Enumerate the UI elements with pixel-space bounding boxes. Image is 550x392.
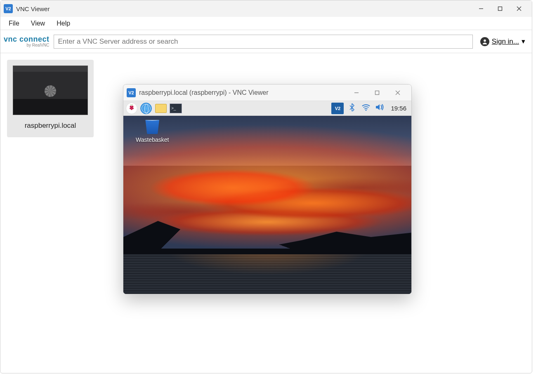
raspberry-icon bbox=[128, 103, 135, 113]
terminal-button[interactable]: >_ bbox=[170, 103, 182, 114]
svg-point-14 bbox=[131, 108, 132, 110]
session-title: raspberrypi.local (raspberrypi) - VNC Vi… bbox=[139, 89, 269, 96]
menu-view[interactable]: View bbox=[25, 18, 51, 29]
session-close-button[interactable] bbox=[387, 86, 408, 99]
vnc-connect-logo: vnc connect by RealVNC bbox=[4, 35, 50, 47]
svg-point-12 bbox=[130, 108, 131, 109]
tray-clock[interactable]: 19:56 bbox=[388, 105, 409, 112]
menubar: File View Help bbox=[0, 17, 532, 30]
connection-tile[interactable]: raspberrypi.local bbox=[7, 60, 94, 137]
browser-button[interactable] bbox=[140, 103, 152, 114]
tray-wifi-icon[interactable] bbox=[360, 103, 372, 113]
maximize-icon bbox=[498, 6, 503, 11]
minimize-icon bbox=[479, 6, 484, 11]
minimize-button[interactable] bbox=[472, 2, 491, 15]
menu-file[interactable]: File bbox=[3, 18, 25, 29]
wallpaper-sea bbox=[123, 254, 411, 294]
folder-icon bbox=[155, 104, 167, 113]
wastebasket-icon[interactable]: Wastebasket bbox=[136, 120, 169, 143]
trash-icon bbox=[144, 120, 161, 134]
vnc-app-icon: V2 bbox=[127, 88, 136, 97]
signin-button[interactable]: Sign in... ▾ bbox=[477, 37, 529, 46]
user-icon bbox=[480, 37, 489, 46]
close-button[interactable] bbox=[510, 2, 529, 15]
file-manager-button[interactable] bbox=[155, 103, 167, 114]
session-maximize-button[interactable] bbox=[367, 86, 387, 99]
signin-label: Sign in... bbox=[492, 38, 519, 46]
close-icon bbox=[395, 90, 400, 95]
session-window: V2 raspberrypi.local (raspberrypi) - VNC… bbox=[123, 84, 412, 294]
svg-point-4 bbox=[484, 39, 486, 42]
maximize-button[interactable] bbox=[491, 2, 510, 15]
minimize-icon bbox=[354, 90, 359, 95]
session-minimize-button[interactable] bbox=[346, 86, 367, 99]
globe-icon bbox=[140, 103, 152, 114]
toolbar: vnc connect by RealVNC Sign in... ▾ bbox=[0, 30, 532, 53]
vnc-app-icon: V2 bbox=[4, 4, 13, 13]
menu-help[interactable]: Help bbox=[51, 18, 76, 29]
remote-desktop[interactable]: Wastebasket bbox=[123, 116, 411, 294]
close-icon bbox=[517, 6, 522, 11]
maximize-icon bbox=[375, 90, 380, 95]
terminal-icon: >_ bbox=[170, 103, 182, 113]
pi-menu-button[interactable] bbox=[126, 103, 137, 114]
svg-rect-1 bbox=[498, 7, 502, 11]
chevron-down-icon: ▾ bbox=[522, 37, 525, 46]
connection-thumbnail bbox=[13, 66, 88, 115]
wastebasket-label: Wastebasket bbox=[136, 136, 169, 143]
svg-point-15 bbox=[366, 110, 367, 111]
tray-vnc-server-icon[interactable]: V2 bbox=[331, 103, 344, 114]
window-title: VNC Viewer bbox=[16, 5, 50, 12]
tray-volume-icon[interactable] bbox=[374, 103, 386, 113]
address-search-input[interactable] bbox=[54, 35, 473, 49]
session-titlebar[interactable]: V2 raspberrypi.local (raspberrypi) - VNC… bbox=[123, 85, 411, 101]
tray-bluetooth-icon[interactable] bbox=[346, 103, 358, 113]
connection-label: raspberrypi.local bbox=[25, 122, 76, 130]
svg-point-13 bbox=[132, 108, 134, 109]
svg-rect-6 bbox=[375, 91, 379, 94]
titlebar[interactable]: V2 VNC Viewer bbox=[0, 0, 532, 17]
pi-taskbar: >_ V2 19:56 bbox=[123, 101, 411, 116]
